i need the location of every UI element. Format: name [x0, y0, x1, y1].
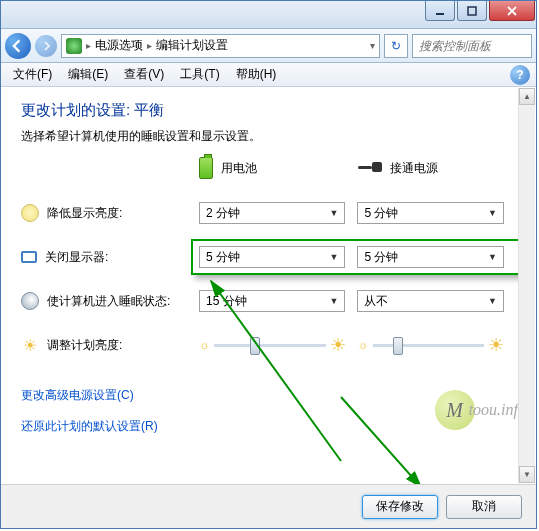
svg-rect-1 — [468, 7, 476, 15]
sleep-battery-dropdown[interactable]: 15 分钟▼ — [199, 290, 346, 312]
scroll-up-button[interactable]: ▲ — [519, 88, 535, 105]
plug-icon — [358, 162, 382, 174]
dim-icon — [21, 204, 39, 222]
breadcrumb-item[interactable]: 编辑计划设置 — [156, 37, 228, 54]
chevron-down-icon: ▼ — [488, 208, 497, 218]
off-battery-dropdown[interactable]: 5 分钟▼ — [199, 246, 346, 268]
chevron-down-icon: ▼ — [330, 208, 339, 218]
minimize-button[interactable] — [425, 1, 455, 21]
sun-large-icon: ☀ — [488, 334, 504, 356]
chevron-down-icon: ▼ — [330, 296, 339, 306]
dim-ac-dropdown[interactable]: 5 分钟▼ — [357, 202, 504, 224]
row-label: 降低显示亮度: — [47, 205, 122, 222]
sleep-ac-dropdown[interactable]: 从不▼ — [357, 290, 504, 312]
chevron-down-icon: ▼ — [330, 252, 339, 262]
navbar: ▸ 电源选项 ▸ 编辑计划设置 ▾ ↻ — [1, 29, 536, 63]
breadcrumb-item[interactable]: 电源选项 — [95, 37, 143, 54]
column-plugged-label: 接通电源 — [390, 160, 438, 177]
watermark: M toou.info — [435, 390, 526, 430]
chevron-right-icon: ▸ — [147, 40, 152, 51]
menubar: 文件(F) 编辑(E) 查看(V) 工具(T) 帮助(H) ? — [1, 63, 536, 87]
scroll-down-button[interactable]: ▼ — [519, 466, 535, 483]
content-area: 更改计划的设置: 平衡 选择希望计算机使用的睡眠设置和显示设置。 用电池 接通电… — [1, 87, 536, 484]
battery-icon — [199, 157, 213, 179]
menu-view[interactable]: 查看(V) — [118, 64, 170, 85]
column-battery-label: 用电池 — [221, 160, 257, 177]
chevron-down-icon[interactable]: ▾ — [370, 40, 375, 51]
control-panel-icon — [66, 38, 82, 54]
svg-rect-0 — [436, 13, 444, 15]
row-label: 调整计划亮度: — [47, 337, 122, 354]
cancel-button[interactable]: 取消 — [446, 495, 522, 519]
back-button[interactable] — [5, 33, 31, 59]
menu-help[interactable]: 帮助(H) — [230, 64, 283, 85]
chevron-down-icon: ▼ — [488, 296, 497, 306]
row-label: 使计算机进入睡眠状态: — [47, 293, 170, 310]
row-brightness: 调整计划亮度: ☼ ☀ ☼ ☀ — [21, 323, 516, 367]
brightness-icon — [21, 336, 39, 354]
brightness-ac-slider[interactable] — [373, 344, 484, 347]
sun-small-icon: ☼ — [199, 338, 210, 352]
row-turn-off-display: 关闭显示器: 5 分钟▼ 5 分钟▼ — [21, 235, 516, 279]
menu-file[interactable]: 文件(F) — [7, 64, 58, 85]
close-button[interactable] — [489, 1, 535, 21]
sun-small-icon: ☼ — [358, 338, 369, 352]
help-icon[interactable]: ? — [510, 65, 530, 85]
chevron-down-icon: ▼ — [488, 252, 497, 262]
menu-tools[interactable]: 工具(T) — [174, 64, 225, 85]
vertical-scrollbar[interactable]: ▲ ▼ — [518, 88, 535, 483]
monitor-icon — [21, 251, 37, 263]
refresh-button[interactable]: ↻ — [384, 34, 408, 58]
chevron-right-icon: ▸ — [86, 40, 91, 51]
search-input[interactable] — [412, 34, 532, 58]
titlebar — [1, 1, 536, 29]
address-bar[interactable]: ▸ 电源选项 ▸ 编辑计划设置 ▾ — [61, 34, 380, 58]
menu-edit[interactable]: 编辑(E) — [62, 64, 114, 85]
dim-battery-dropdown[interactable]: 2 分钟▼ — [199, 202, 346, 224]
off-ac-dropdown[interactable]: 5 分钟▼ — [357, 246, 504, 268]
page-subtitle: 选择希望计算机使用的睡眠设置和显示设置。 — [21, 128, 516, 145]
forward-button[interactable] — [35, 35, 57, 57]
page-title: 更改计划的设置: 平衡 — [21, 101, 516, 120]
sleep-icon — [21, 292, 39, 310]
save-button[interactable]: 保存修改 — [362, 495, 438, 519]
maximize-button[interactable] — [457, 1, 487, 21]
brightness-battery-slider[interactable] — [214, 344, 325, 347]
footer: 保存修改 取消 — [1, 484, 536, 528]
row-label: 关闭显示器: — [45, 249, 108, 266]
sun-large-icon: ☀ — [330, 334, 346, 356]
row-sleep: 使计算机进入睡眠状态: 15 分钟▼ 从不▼ — [21, 279, 516, 323]
row-dim-display: 降低显示亮度: 2 分钟▼ 5 分钟▼ — [21, 191, 516, 235]
